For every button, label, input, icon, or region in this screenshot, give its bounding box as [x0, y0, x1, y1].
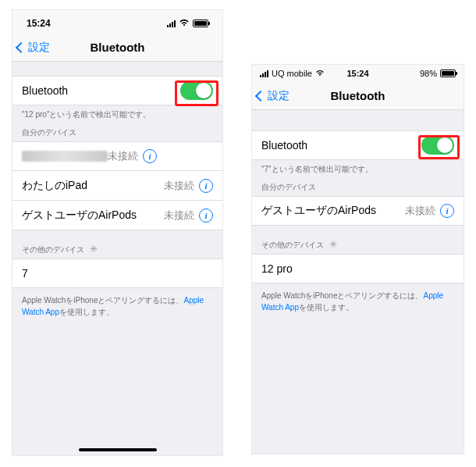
discoverable-caption: "7"という名前で検出可能です。: [252, 160, 464, 178]
battery-percent: 98%: [420, 69, 437, 78]
info-icon[interactable]: i: [199, 179, 213, 193]
my-devices-header: 自分のデバイス: [252, 178, 464, 196]
battery-icon: [440, 70, 456, 77]
nav-bar: 設定 Bluetooth: [252, 82, 464, 110]
phone-left: 15:24 設定 Bluetooth Bluetooth "12 pro"という…: [12, 9, 223, 456]
page-title: Bluetooth: [252, 89, 464, 102]
apple-watch-note: Apple WatchをiPhoneとペアリングするには、Apple Watch…: [252, 283, 464, 319]
phone-right: UQ mobile 15:24 98% 設定 Bluetooth Bluetoo…: [251, 64, 464, 455]
footer-text: を使用します。: [299, 303, 353, 312]
nav-bar: 設定 Bluetooth: [12, 34, 222, 62]
bluetooth-toggle-row[interactable]: Bluetooth: [12, 76, 222, 105]
wifi-icon: [179, 19, 190, 28]
other-devices-label: その他のデバイス: [261, 241, 324, 249]
device-name: わたしのiPad: [22, 179, 164, 193]
device-name: 7: [22, 267, 213, 280]
cellular-icon: [167, 20, 176, 27]
bluetooth-label: Bluetooth: [22, 84, 180, 97]
info-icon[interactable]: i: [143, 149, 157, 163]
bluetooth-toggle[interactable]: [180, 81, 213, 100]
wifi-icon: [315, 70, 325, 78]
device-name: 12 pro: [261, 262, 454, 275]
spinner-icon: [329, 241, 339, 250]
footer-text: Apple WatchをiPhoneとペアリングするには、: [22, 296, 183, 305]
info-icon[interactable]: i: [440, 204, 454, 218]
page-title: Bluetooth: [12, 41, 222, 54]
device-status: 未接続: [164, 209, 194, 223]
device-name: ゲストユーザのAirPods: [261, 204, 405, 218]
device-row[interactable]: 未接続 i: [12, 141, 222, 171]
carrier-label: UQ mobile: [272, 69, 312, 78]
other-devices-header: その他のデバイス: [12, 230, 222, 258]
device-status: 未接続: [164, 179, 194, 193]
device-status: 未接続: [405, 204, 435, 218]
device-name: ゲストユーザのAirPods: [22, 209, 164, 223]
footer-text: Apple WatchをiPhoneとペアリングするには、: [261, 291, 423, 300]
status-time: 15:24: [27, 18, 51, 29]
device-row[interactable]: わたしのiPad 未接続 i: [12, 171, 222, 201]
device-status: 未接続: [108, 149, 138, 163]
home-indicator: [79, 448, 157, 451]
device-row[interactable]: ゲストユーザのAirPods 未接続 i: [12, 201, 222, 230]
apple-watch-note: Apple WatchをiPhoneとペアリングするには、Apple Watch…: [12, 288, 222, 324]
footer-text: を使用します。: [59, 308, 114, 316]
other-device-row[interactable]: 7: [12, 258, 222, 288]
settings-body: Bluetooth "7"という名前で検出可能です。 自分のデバイス ゲストユー…: [252, 110, 464, 454]
device-name-hidden: [22, 151, 108, 162]
other-devices-header: その他のデバイス: [252, 226, 464, 254]
settings-body: Bluetooth "12 pro"という名前で検出可能です。 自分のデバイス …: [12, 62, 222, 455]
info-icon[interactable]: i: [199, 209, 213, 223]
bluetooth-label: Bluetooth: [261, 139, 421, 152]
spinner-icon: [90, 245, 99, 255]
other-device-row[interactable]: 12 pro: [252, 254, 464, 283]
status-bar: UQ mobile 15:24 98%: [252, 65, 464, 82]
device-row[interactable]: ゲストユーザのAirPods 未接続 i: [252, 196, 464, 226]
bluetooth-toggle[interactable]: [421, 136, 454, 155]
bluetooth-toggle-row[interactable]: Bluetooth: [252, 130, 464, 160]
status-bar: 15:24: [12, 10, 222, 34]
cellular-icon: [260, 70, 268, 77]
battery-icon: [193, 20, 208, 27]
other-devices-label: その他のデバイス: [22, 245, 84, 254]
discoverable-caption: "12 pro"という名前で検出可能です。: [12, 105, 222, 123]
my-devices-header: 自分のデバイス: [12, 123, 222, 141]
